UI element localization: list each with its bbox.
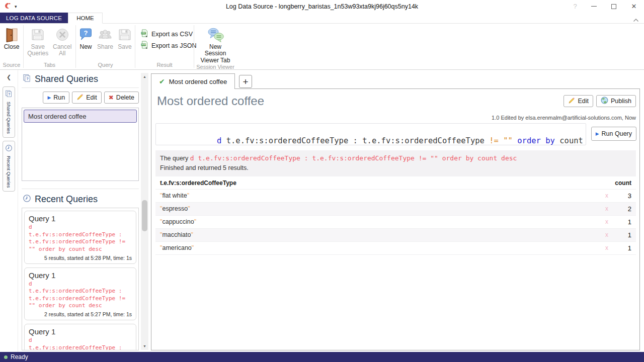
cancel-circle-icon bbox=[55, 27, 70, 43]
titlebar-menu-caret-icon[interactable]: ▾ bbox=[15, 4, 17, 9]
group-label-tabs: Tabs bbox=[24, 62, 75, 69]
ribbon-group-result: CSV Export as CSV JSON bbox=[135, 24, 194, 69]
remove-row-button[interactable]: x bbox=[605, 231, 608, 238]
quote-mark: " bbox=[191, 231, 193, 238]
help-button[interactable]: ? bbox=[567, 0, 584, 13]
run-query-button[interactable]: ▶ Run Query bbox=[591, 127, 636, 141]
export-csv-button[interactable]: CSV Export as CSV bbox=[138, 29, 195, 39]
clock-icon bbox=[5, 144, 13, 154]
title-bar: ▾ Log Data Source - longberry_baristas_1… bbox=[0, 0, 644, 13]
query-editor[interactable]: d t.e.fv:s:orderedCoffeeType : t.e.fv:s:… bbox=[155, 123, 586, 145]
cell-value: "cappuccino" bbox=[160, 218, 605, 225]
scroll-down-button[interactable]: ▼ bbox=[141, 342, 148, 350]
delete-shared-query-button[interactable]: ✖ Delete bbox=[104, 92, 139, 104]
collapse-sidebar-button[interactable]: ❮ bbox=[7, 74, 11, 80]
recent-query-card[interactable]: Query 1d t.e.fv:s:orderedCoffeeType : t.… bbox=[24, 211, 136, 264]
recent-query-title: Query 1 bbox=[29, 327, 132, 336]
minimize-button[interactable] bbox=[584, 0, 604, 13]
quote-mark: " bbox=[188, 205, 190, 212]
shared-queries-icon: ? bbox=[5, 90, 13, 100]
close-window-button[interactable]: ✕ bbox=[624, 0, 644, 13]
edit-query-button[interactable]: Edit bbox=[564, 95, 593, 107]
sidebar-tab-shared-queries[interactable]: ? Shared Queries bbox=[3, 86, 15, 138]
scrollbar-thumb[interactable] bbox=[142, 200, 147, 231]
column-header-count: count bbox=[615, 179, 631, 187]
document-actions: Edit Publish bbox=[564, 95, 636, 107]
save-queries-button[interactable]: Save Queries bbox=[25, 26, 50, 57]
ribbon-group-source: Close Source bbox=[0, 24, 23, 69]
export-csv-label: Export as CSV bbox=[151, 31, 193, 38]
status-text: Ready bbox=[11, 353, 28, 360]
table-row: "macchiato"x1 bbox=[155, 229, 636, 242]
tab-home[interactable]: HOME bbox=[68, 13, 103, 24]
remove-row-button[interactable]: x bbox=[605, 205, 608, 212]
tab-log-data-source[interactable]: LOG DATA SOURCE bbox=[0, 13, 68, 23]
new-query-button[interactable]: ? New bbox=[76, 26, 95, 50]
edit-shared-query-button[interactable]: Edit bbox=[72, 92, 102, 104]
collapse-ribbon-button[interactable] bbox=[633, 15, 639, 24]
save-query-label: Save bbox=[118, 44, 131, 50]
export-json-label: Export as JSON bbox=[151, 42, 197, 49]
cancel-all-button[interactable]: Cancel All bbox=[50, 26, 74, 57]
recent-queries-header: Recent Queries bbox=[22, 190, 139, 208]
results-header: The query d t.e.fv:s:orderedCoffeeType :… bbox=[155, 150, 636, 176]
export-json-button[interactable]: JSON Export as JSON bbox=[138, 40, 199, 51]
recent-query-info: 2 results, started at 5:27 PM, time: 1s bbox=[29, 311, 132, 317]
queries-sidepanel: ? Shared Queries ▶ Run bbox=[18, 70, 150, 352]
floppy-disk-icon bbox=[117, 27, 132, 43]
maximize-button[interactable] bbox=[604, 0, 624, 13]
clock-icon bbox=[23, 194, 31, 205]
quote-mark: " bbox=[160, 231, 162, 238]
add-tab-button[interactable]: + bbox=[239, 75, 252, 88]
status-dot-icon bbox=[4, 355, 8, 359]
recent-query-card[interactable]: Query 1d t.e.fv:s:orderedCoffeeType : t.… bbox=[24, 324, 136, 350]
new-session-viewer-tab-button[interactable]: New Session Viewer Tab bbox=[196, 26, 235, 64]
remove-row-button[interactable]: x bbox=[605, 192, 608, 199]
svg-text:?: ? bbox=[8, 93, 10, 96]
chat-bubbles-icon bbox=[207, 27, 224, 43]
column-header-value: t.e.fv:s:orderedCoffeeType bbox=[160, 179, 236, 187]
save-queries-label: Save Queries bbox=[27, 44, 48, 57]
scroll-up-button[interactable]: ▲ bbox=[141, 73, 148, 80]
tab-most-ordered-coffee[interactable]: ✔ Most ordered coffee bbox=[151, 73, 235, 89]
remove-row-button[interactable]: x bbox=[605, 244, 608, 251]
query-token: count desc bbox=[559, 136, 586, 145]
close-source-button[interactable]: Close bbox=[2, 26, 22, 50]
query-echo-prefix: The query bbox=[160, 155, 188, 162]
query-token: order by bbox=[517, 136, 559, 145]
remove-row-button[interactable]: x bbox=[605, 218, 608, 225]
status-bar: Ready bbox=[0, 352, 644, 362]
pencil-icon bbox=[76, 94, 84, 102]
shared-queries-header: ? Shared Queries bbox=[22, 70, 139, 88]
maximize-icon bbox=[611, 4, 616, 9]
run-shared-query-button[interactable]: ▶ Run bbox=[43, 92, 69, 104]
save-query-button[interactable]: Save bbox=[115, 26, 134, 50]
document-body: Most ordered coffee Edit bbox=[151, 88, 640, 350]
shared-query-item[interactable]: Most ordered coffee bbox=[24, 110, 137, 123]
new-session-viewer-tab-label: New Session Viewer Tab bbox=[198, 44, 233, 64]
cell-count: 3 bbox=[618, 192, 631, 200]
publish-button[interactable]: Publish bbox=[596, 95, 636, 107]
shared-queries-title: Shared Queries bbox=[35, 74, 98, 84]
edit-label: Edit bbox=[86, 94, 97, 101]
sidebar-scrollbar[interactable]: ▲ ▼ bbox=[141, 73, 148, 350]
share-query-button[interactable]: Share bbox=[95, 26, 115, 50]
cancel-all-label: Cancel All bbox=[52, 44, 72, 57]
query-editor-content: d t.e.fv:s:orderedCoffeeType : t.e.fv:s:… bbox=[217, 136, 586, 145]
quote-mark: " bbox=[194, 218, 196, 225]
svg-text:?: ? bbox=[84, 29, 88, 37]
delete-label: Delete bbox=[116, 94, 134, 101]
app-window: ▾ Log Data Source - longberry_baristas_1… bbox=[0, 0, 644, 362]
sidebar-tab-label: Shared Queries bbox=[6, 102, 12, 134]
query-token: d bbox=[217, 136, 226, 145]
window-title: Log Data Source - longberry_baristas_1n5… bbox=[0, 3, 644, 10]
query-echo-line: The query d t.e.fv:s:orderedCoffeeType :… bbox=[160, 153, 631, 163]
query-token: != bbox=[489, 136, 503, 145]
group-label-source: Source bbox=[0, 62, 23, 69]
app-logo-icon[interactable] bbox=[4, 3, 12, 11]
edit-label: Edit bbox=[578, 98, 589, 105]
recent-query-card[interactable]: Query 1d t.e.fv:s:orderedCoffeeType : t.… bbox=[24, 267, 136, 321]
sidebar-tab-recent-queries[interactable]: Recent Queries bbox=[3, 141, 15, 192]
minimize-icon bbox=[591, 6, 597, 7]
document-tab-label: Most ordered coffee bbox=[169, 78, 227, 85]
